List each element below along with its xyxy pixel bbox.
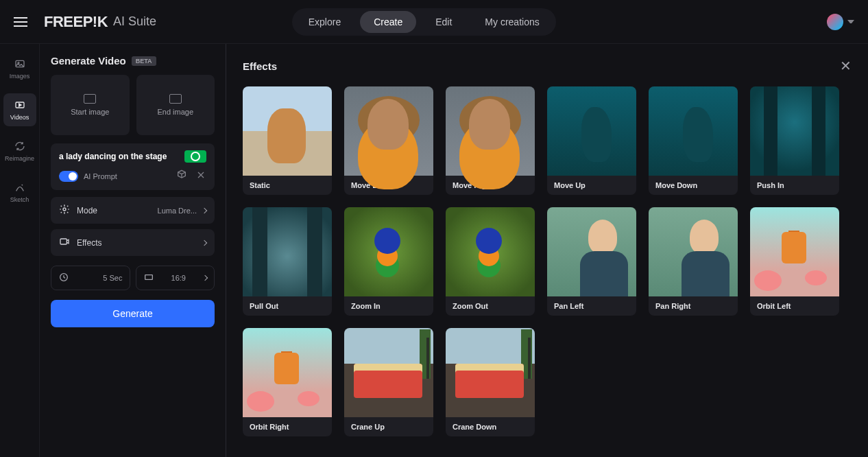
beta-badge: BETA	[132, 56, 156, 66]
sidebar: Generate Video BETA Start image End imag…	[40, 44, 226, 457]
effect-thumbnail	[750, 86, 839, 176]
nav-create[interactable]: Create	[360, 11, 416, 33]
effect-label: Zoom In	[344, 296, 433, 316]
end-image-well[interactable]: End image	[136, 75, 215, 135]
mode-icon	[59, 204, 70, 217]
videos-icon	[14, 99, 26, 111]
effect-card[interactable]: Orbit Right	[243, 328, 332, 436]
effect-label: Crane Up	[344, 417, 433, 436]
nav-edit[interactable]: Edit	[422, 11, 466, 33]
effect-label: Move Right	[446, 176, 535, 195]
avatar	[827, 14, 843, 30]
mode-row[interactable]: Mode Luma Dre...	[51, 197, 215, 224]
generate-button[interactable]: Generate	[51, 300, 215, 327]
user-menu[interactable]	[827, 14, 854, 30]
effect-thumbnail	[446, 86, 535, 176]
effects-icon	[59, 236, 70, 249]
effect-label: Move Up	[547, 176, 636, 195]
effect-thumbnail	[243, 328, 332, 417]
effects-label: Effects	[77, 238, 101, 248]
images-icon	[14, 58, 26, 70]
chevron-right-icon	[202, 239, 207, 245]
effect-thumbnail	[649, 86, 738, 176]
effect-card[interactable]: Zoom Out	[446, 207, 535, 316]
reimagine-icon	[14, 140, 26, 152]
main-panel: Effects ✕ StaticMove LeftMove RightMove …	[226, 44, 868, 457]
effect-thumbnail	[243, 86, 332, 176]
sidebar-title: Generate Video BETA	[51, 55, 215, 67]
nav-my-creations[interactable]: My creations	[471, 11, 553, 33]
rail-reimagine[interactable]: Reimagine	[3, 134, 36, 167]
effect-card[interactable]: Crane Down	[446, 328, 535, 436]
effect-label: Push In	[750, 176, 839, 195]
effect-thumbnail	[344, 207, 433, 296]
rail-sketch[interactable]: Sketch	[3, 176, 36, 209]
menu-icon[interactable]	[14, 17, 27, 27]
start-image-well[interactable]: Start image	[51, 75, 130, 135]
ratio-value: 16:9	[171, 274, 186, 282]
effect-card[interactable]: Pan Left	[547, 207, 636, 316]
effect-thumbnail	[243, 207, 332, 296]
logo-suite: AI Suite	[113, 14, 156, 29]
cube-icon[interactable]	[176, 169, 187, 183]
nav-pill: Explore Create Edit My creations	[292, 8, 556, 36]
ai-prompt-toggle[interactable]	[59, 171, 78, 182]
effect-card[interactable]: Zoom In	[344, 207, 433, 316]
chevron-down-icon	[847, 20, 854, 24]
effect-thumbnail	[750, 207, 839, 296]
effect-label: Crane Down	[446, 417, 535, 436]
effect-label: Zoom Out	[446, 296, 535, 316]
effect-card[interactable]: Static	[243, 86, 332, 195]
chevron-right-icon	[202, 275, 208, 281]
effect-label: Pull Out	[243, 296, 332, 316]
effect-card[interactable]: Move Up	[547, 86, 636, 195]
effect-card[interactable]: Crane Up	[344, 328, 433, 436]
grammarly-icon[interactable]	[184, 150, 206, 163]
duration-value: 5 Sec	[103, 274, 122, 282]
effect-thumbnail	[547, 86, 636, 176]
effect-thumbnail	[649, 207, 738, 296]
effect-label: Pan Right	[649, 296, 738, 316]
ratio-chip[interactable]: 16:9	[136, 266, 215, 290]
effect-label: Orbit Left	[750, 296, 839, 316]
effects-row[interactable]: Effects	[51, 229, 215, 256]
effect-card[interactable]: Orbit Left	[750, 207, 839, 316]
prompt-input[interactable]: a lady dancing on the stage	[59, 152, 167, 161]
prompt-box: a lady dancing on the stage AI Prompt	[51, 143, 215, 190]
effect-thumbnail	[446, 328, 535, 417]
left-rail: Images Videos Reimagine Sketch	[0, 44, 40, 457]
duration-chip[interactable]: 5 Sec	[51, 266, 130, 290]
effect-card[interactable]: Pan Right	[649, 207, 738, 316]
image-add-icon	[84, 94, 96, 104]
svg-rect-6	[145, 275, 152, 280]
effects-title: Effects	[243, 60, 277, 72]
mode-label: Mode	[77, 206, 97, 215]
close-icon[interactable]	[195, 169, 206, 183]
nav-explore[interactable]: Explore	[295, 11, 354, 33]
effect-label: Move Left	[344, 176, 433, 195]
chevron-right-icon	[202, 207, 207, 213]
effect-card[interactable]: Push In	[750, 86, 839, 195]
effect-card[interactable]: Move Right	[446, 86, 535, 195]
effects-grid: StaticMove LeftMove RightMove UpMove Dow…	[243, 86, 852, 436]
close-panel-button[interactable]: ✕	[840, 58, 852, 74]
effect-label: Move Down	[649, 176, 738, 195]
effect-card[interactable]: Move Down	[649, 86, 738, 195]
effect-thumbnail	[446, 207, 535, 296]
effect-thumbnail	[344, 328, 433, 417]
end-image-label: End image	[157, 108, 193, 116]
effect-card[interactable]: Move Left	[344, 86, 433, 195]
image-add-icon	[169, 94, 182, 104]
header: FREEP!K AI Suite Explore Create Edit My …	[0, 0, 868, 44]
effect-label: Static	[243, 176, 332, 195]
svg-point-3	[63, 208, 66, 211]
rail-videos[interactable]: Videos	[3, 93, 36, 126]
effect-label: Pan Left	[547, 296, 636, 316]
svg-rect-4	[60, 239, 67, 244]
logo[interactable]: FREEP!K	[44, 13, 108, 31]
effect-label: Orbit Right	[243, 417, 332, 436]
rail-images[interactable]: Images	[3, 52, 36, 85]
ai-prompt-label: AI Prompt	[84, 172, 117, 180]
mode-value: Luma Dre...	[158, 207, 197, 215]
effect-card[interactable]: Pull Out	[243, 207, 332, 316]
